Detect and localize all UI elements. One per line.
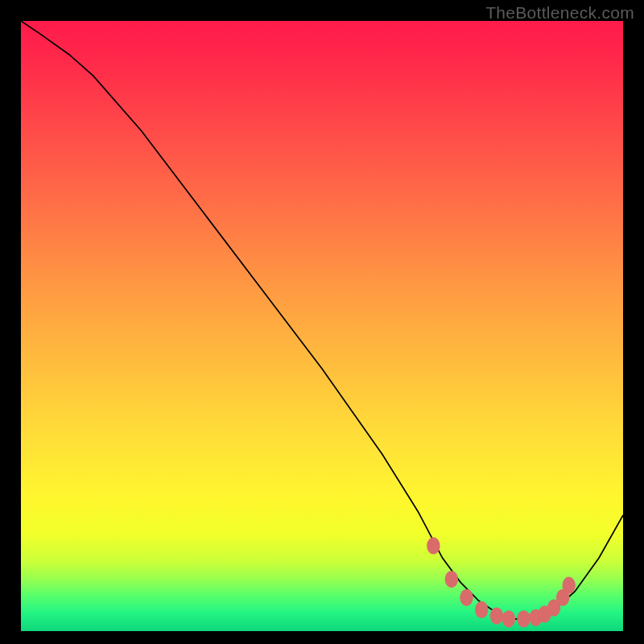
curve-marker xyxy=(490,607,503,624)
curve-marker xyxy=(517,610,530,627)
chart-svg xyxy=(21,21,623,631)
curve-marker xyxy=(445,571,458,588)
curve-marker xyxy=(502,610,515,627)
gradient-background xyxy=(21,21,623,631)
chart-container: TheBottleneck.com xyxy=(0,0,644,644)
watermark-text: TheBottleneck.com xyxy=(485,3,634,23)
curve-marker xyxy=(475,601,488,618)
curve-marker xyxy=(427,537,440,554)
curve-marker xyxy=(562,577,575,594)
curve-marker xyxy=(460,589,473,606)
